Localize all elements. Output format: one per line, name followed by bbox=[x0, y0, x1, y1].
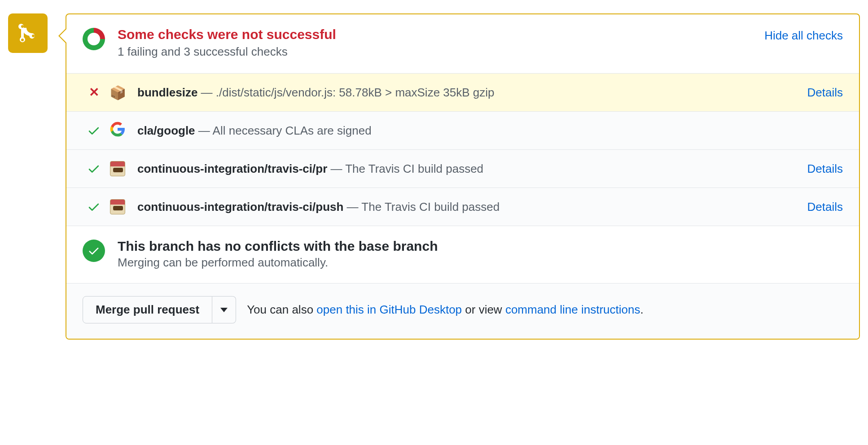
check-details-link[interactable]: Details bbox=[807, 162, 843, 176]
package-icon: 📦 bbox=[110, 85, 126, 100]
check-name: continuous-integration/travis-ci/push bbox=[137, 200, 343, 214]
checks-header: Some checks were not successful 1 failin… bbox=[66, 14, 859, 74]
check-name: continuous-integration/travis-ci/pr bbox=[137, 162, 327, 175]
check-sep: — bbox=[197, 86, 215, 99]
checks-donut-icon bbox=[83, 28, 105, 50]
check-desc: The Travis CI build passed bbox=[345, 162, 483, 175]
check-name: bundlesize bbox=[137, 86, 197, 99]
footer-post-text: . bbox=[640, 303, 643, 316]
merge-footer-text: You can also open this in GitHub Desktop… bbox=[247, 303, 644, 317]
command-line-instructions-link[interactable]: command line instructions bbox=[505, 303, 640, 316]
check-sep: — bbox=[327, 162, 345, 175]
check-sep: — bbox=[343, 200, 361, 214]
merge-timeline-badge bbox=[8, 13, 48, 53]
x-icon: ✕ bbox=[89, 86, 99, 99]
travis-icon bbox=[110, 199, 125, 214]
check-icon bbox=[87, 124, 101, 137]
check-desc: The Travis CI build passed bbox=[361, 200, 500, 214]
merge-footer: Merge pull request You can also open thi… bbox=[66, 284, 859, 339]
caret-down-icon bbox=[220, 308, 228, 312]
check-row: cla/google — All necessary CLAs are sign… bbox=[66, 112, 859, 150]
check-details-link[interactable]: Details bbox=[807, 200, 843, 214]
success-circle-icon bbox=[83, 240, 105, 262]
merge-status-panel: Some checks were not successful 1 failin… bbox=[66, 13, 860, 340]
check-desc: All necessary CLAs are signed bbox=[213, 124, 372, 137]
check-icon bbox=[87, 200, 101, 214]
check-sep: — bbox=[195, 124, 213, 137]
google-icon bbox=[110, 122, 125, 140]
footer-mid-text: or view bbox=[462, 303, 505, 316]
check-row: continuous-integration/travis-ci/push — … bbox=[66, 188, 859, 226]
merge-conflict-section: This branch has no conflicts with the ba… bbox=[66, 226, 859, 284]
check-row: continuous-integration/travis-ci/pr — Th… bbox=[66, 150, 859, 188]
merge-pull-request-button[interactable]: Merge pull request bbox=[83, 296, 212, 323]
check-name: cla/google bbox=[137, 124, 195, 137]
check-row: ✕📦bundlesize — ./dist/static/js/vendor.j… bbox=[66, 74, 859, 112]
merge-status-subtitle: Merging can be performed automatically. bbox=[118, 256, 438, 270]
check-text: cla/google — All necessary CLAs are sign… bbox=[137, 124, 843, 138]
check-text: bundlesize — ./dist/static/js/vendor.js:… bbox=[137, 86, 800, 100]
check-text: continuous-integration/travis-ci/push — … bbox=[137, 200, 800, 214]
travis-icon bbox=[110, 161, 125, 176]
merge-button-group: Merge pull request bbox=[83, 296, 236, 323]
git-merge-icon bbox=[17, 22, 39, 44]
merge-status-title: This branch has no conflicts with the ba… bbox=[118, 239, 438, 254]
checks-title: Some checks were not successful bbox=[118, 27, 764, 42]
check-desc: ./dist/static/js/vendor.js: 58.78kB > ma… bbox=[216, 86, 495, 99]
check-icon bbox=[87, 162, 101, 175]
checks-subtitle: 1 failing and 3 successful checks bbox=[118, 45, 764, 59]
hide-all-checks-link[interactable]: Hide all checks bbox=[764, 29, 843, 43]
merge-dropdown-button[interactable] bbox=[212, 296, 236, 323]
check-text: continuous-integration/travis-ci/pr — Th… bbox=[137, 162, 800, 176]
footer-pre-text: You can also bbox=[247, 303, 316, 316]
open-github-desktop-link[interactable]: open this in GitHub Desktop bbox=[316, 303, 462, 316]
check-details-link[interactable]: Details bbox=[807, 86, 843, 100]
